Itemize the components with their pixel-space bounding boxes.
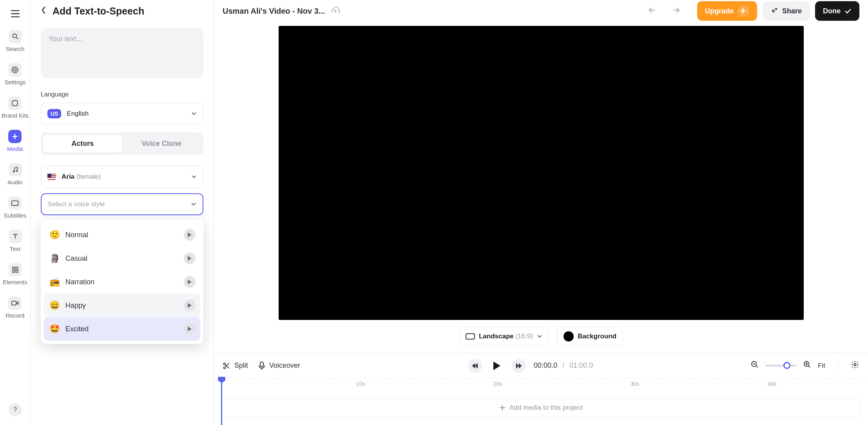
voice-actor-select[interactable]: Aria (female) <box>41 166 203 188</box>
style-option-excited[interactable]: 🤩 Excited <box>44 317 200 341</box>
media-icon <box>8 130 22 143</box>
share-button[interactable]: Share <box>763 1 810 21</box>
fit-button[interactable]: Fit <box>818 362 825 370</box>
aspect-ratio-select[interactable]: Landscape (16:9) <box>459 327 549 346</box>
voice-style-select[interactable]: Select a voice style <box>41 193 203 215</box>
style-label: Happy <box>65 301 86 310</box>
svg-rect-13 <box>466 334 475 339</box>
rail-label: Search <box>6 45 25 52</box>
rail-label: Text <box>10 245 21 252</box>
style-preview-play[interactable] <box>184 229 196 241</box>
ruler-mark: 30s <box>631 381 640 387</box>
cloud-sync-icon[interactable] <box>331 6 340 16</box>
style-preview-play[interactable] <box>184 276 196 288</box>
emoji-icon: 😄 <box>49 300 60 311</box>
zoom-out-button[interactable] <box>750 360 759 371</box>
svg-point-14 <box>224 363 226 365</box>
share-icon <box>770 7 778 15</box>
svg-rect-10 <box>16 271 18 272</box>
svg-rect-6 <box>12 201 18 205</box>
scissors-icon <box>223 362 230 370</box>
rail-label: Media <box>7 145 23 152</box>
svg-rect-8 <box>16 267 18 269</box>
language-label: Language <box>41 91 203 98</box>
check-icon <box>844 8 852 14</box>
svg-point-0 <box>13 34 16 38</box>
done-label: Done <box>823 7 841 15</box>
rail-settings[interactable]: Settings <box>4 63 25 85</box>
video-canvas[interactable] <box>279 26 804 320</box>
zoom-slider[interactable] <box>765 365 797 367</box>
tab-voice-clone[interactable]: Voice Clone <box>122 135 201 153</box>
voice-name: Aria <box>62 173 76 180</box>
style-label: Normal <box>65 231 88 239</box>
panel-back-button[interactable] <box>41 5 46 17</box>
zoom-thumb[interactable] <box>783 362 790 369</box>
timeline-settings-button[interactable] <box>851 360 859 371</box>
add-media-row[interactable]: Add media to this project <box>222 398 860 418</box>
emoji-icon: 🤩 <box>49 324 60 334</box>
svg-rect-11 <box>12 301 16 305</box>
skip-forward-button[interactable] <box>512 359 526 373</box>
rail-label: Audio <box>7 179 22 185</box>
timeline[interactable]: 10s 20s 30s 40s 50s Add media to this pr… <box>214 378 868 425</box>
rail-subtitles[interactable]: Subtitles <box>4 196 27 219</box>
style-preview-play[interactable] <box>184 323 196 335</box>
search-icon <box>9 30 22 43</box>
undo-redo-group <box>648 6 681 16</box>
hamburger-menu[interactable] <box>9 7 22 20</box>
zoom-in-icon <box>803 360 812 369</box>
voiceover-button[interactable]: Voiceover <box>258 361 300 370</box>
ruler-mark: 40s <box>768 381 777 387</box>
style-option-casual[interactable]: 🗿 Casual <box>44 247 200 270</box>
background-select[interactable]: Background <box>557 327 623 346</box>
emoji-icon: 🙂 <box>49 230 60 240</box>
rail-record[interactable]: Record <box>5 296 24 319</box>
tts-panel: Add Text-to-Speech Language US English A… <box>31 0 214 425</box>
project-title[interactable]: Usman Ali's Video - Nov 3... <box>223 7 325 16</box>
emoji-icon: 🗿 <box>49 253 60 263</box>
left-rail: Search Settings Brand Kits Media Audio S… <box>0 0 31 425</box>
ruler: 10s 20s 30s 40s 50s <box>219 381 868 390</box>
voice-style-dropdown: 🙂 Normal 🗿 Casual 📻 Narration 😄 Happy 🤩 <box>41 220 203 344</box>
language-select[interactable]: US English <box>41 103 203 125</box>
upgrade-button[interactable]: Upgrade <box>697 1 757 21</box>
mic-icon <box>258 361 265 370</box>
rail-media[interactable]: Media <box>7 130 23 152</box>
chevron-down-icon <box>191 173 197 181</box>
style-option-normal[interactable]: 🙂 Normal <box>44 223 200 247</box>
total-duration: 01:00.0 <box>569 361 593 369</box>
rail-elements[interactable]: Elements <box>3 263 27 285</box>
chevron-down-icon <box>191 200 196 208</box>
plus-icon <box>499 405 506 411</box>
rail-search[interactable]: Search <box>6 30 25 52</box>
panel-title: Add Text-to-Speech <box>53 5 144 17</box>
skip-back-button[interactable] <box>468 359 482 373</box>
tab-actors[interactable]: Actors <box>43 135 122 153</box>
svg-rect-3 <box>13 100 18 105</box>
style-label: Narration <box>65 278 94 286</box>
split-button[interactable]: Split <box>223 361 248 370</box>
aspect-label: Landscape <box>479 332 516 340</box>
voice-tab-bar: Actors Voice Clone <box>41 133 203 155</box>
style-preview-play[interactable] <box>184 300 196 311</box>
style-option-narration[interactable]: 📻 Narration <box>44 270 200 294</box>
voiceover-label: Voiceover <box>269 361 300 370</box>
redo-icon <box>670 6 681 14</box>
zoom-in-button[interactable] <box>803 360 812 371</box>
redo-button[interactable] <box>670 6 681 16</box>
skip-forward-icon <box>516 363 522 369</box>
rail-audio[interactable]: Audio <box>7 163 22 185</box>
undo-button[interactable] <box>648 6 659 16</box>
split-label: Split <box>234 361 248 370</box>
ruler-mark: 20s <box>493 381 502 387</box>
rail-brand-kits[interactable]: Brand Kits <box>2 96 29 119</box>
style-preview-play[interactable] <box>184 252 196 264</box>
help-button[interactable]: ? <box>9 403 22 416</box>
done-button[interactable]: Done <box>815 1 859 21</box>
rail-text[interactable]: Text <box>9 230 22 252</box>
style-option-happy[interactable]: 😄 Happy <box>44 294 200 317</box>
ruler-mark: 10s <box>356 381 365 387</box>
tts-text-input[interactable] <box>41 28 203 78</box>
play-button[interactable] <box>490 359 504 373</box>
